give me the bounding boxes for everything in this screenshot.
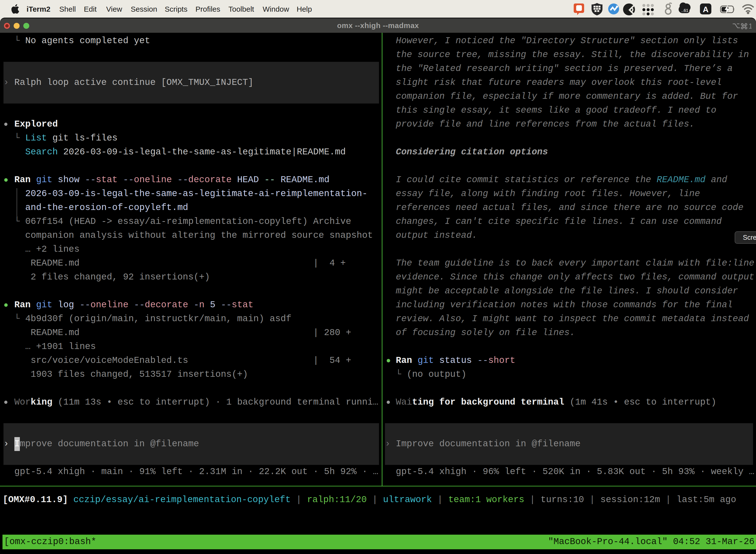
svg-text:A: A [703, 5, 708, 14]
svg-text:1: 1 [749, 22, 752, 30]
svg-text:..61: ..61 [681, 8, 688, 13]
